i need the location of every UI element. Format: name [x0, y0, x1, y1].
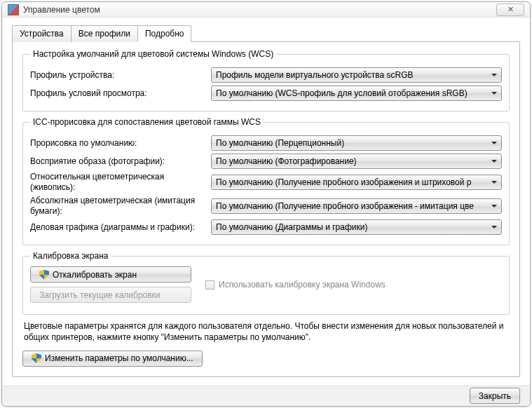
wcs-defaults-group: Настройка умолчаний для цветовой системы…	[22, 49, 510, 111]
calibrate-display-label: Откалибровать экран	[53, 270, 137, 280]
default-rendering-combo[interactable]: По умолчанию (Перцепционный)	[211, 135, 502, 151]
load-calibrations-label: Загрузить текущие калибровки	[39, 290, 161, 300]
device-profile-combo[interactable]: Профиль модели виртуального устройства s…	[211, 67, 502, 83]
tab-all-profiles[interactable]: Все профили	[71, 25, 138, 42]
close-window-button[interactable]: ✕	[496, 4, 524, 16]
viewing-profile-label: Профиль условий просмотра:	[30, 88, 205, 99]
absolute-value: По умолчанию (Получение пробного изображ…	[216, 201, 474, 211]
perceptual-combo[interactable]: По умолчанию (Фотографирование)	[211, 154, 502, 169]
tab-strip: Устройства Все профили Подробно	[12, 25, 520, 41]
business-label: Деловая графика (диаграммы и графики):	[30, 222, 205, 233]
perceptual-label: Восприятие образа (фотографии):	[30, 156, 205, 167]
calibration-group: Калибровка экрана Откалибровать экран За…	[22, 251, 510, 315]
default-rendering-label: Прорисовка по умолчанию:	[30, 138, 205, 149]
icc-rendering-group: ICC-прорисовка для сопоставления цветово…	[22, 117, 510, 245]
relative-value: По умолчанию (Получение пробного изображ…	[216, 177, 471, 187]
close-button-label: Закрыть	[479, 391, 511, 401]
default-rendering-value: По умолчанию (Перцепционный)	[216, 138, 344, 148]
color-management-window: Управление цветом ✕ Устройства Все профи…	[1, 1, 531, 407]
close-button[interactable]: Закрыть	[470, 388, 520, 404]
viewing-profile-combo[interactable]: По умолчанию (WCS-профиль для условий от…	[211, 86, 502, 101]
icc-rendering-legend: ICC-прорисовка для сопоставления цветово…	[30, 117, 264, 127]
content-area: Устройства Все профили Подробно Настройк…	[2, 18, 530, 385]
calibrate-display-button[interactable]: Откалибровать экран	[30, 266, 191, 283]
shield-icon	[39, 270, 49, 280]
viewing-profile-value: По умолчанию (WCS-профиль для условий от…	[216, 88, 468, 98]
wcs-defaults-legend: Настройка умолчаний для цветовой системы…	[30, 49, 276, 59]
absolute-combo[interactable]: По умолчанию (Получение пробного изображ…	[211, 198, 502, 214]
window-title: Управление цветом	[23, 5, 496, 15]
relative-label: Относительная цветометрическая (живопись…	[30, 172, 205, 193]
change-defaults-label: Изменить параметры по умолчанию...	[45, 353, 193, 363]
use-windows-calibration-label: Использовать калибровку экрана Windows	[219, 280, 386, 290]
relative-combo[interactable]: По умолчанию (Получение пробного изображ…	[211, 175, 502, 190]
shield-icon	[32, 353, 41, 363]
app-icon	[8, 4, 19, 15]
close-icon: ✕	[507, 5, 514, 14]
change-defaults-button[interactable]: Изменить параметры по умолчанию...	[22, 351, 203, 367]
tab-panel-advanced: Настройка умолчаний для цветовой системы…	[12, 41, 520, 376]
use-windows-calibration-checkbox[interactable]: Использовать калибровку экрана Windows	[205, 280, 386, 290]
absolute-label: Абсолютная цветометрическая (имитация бу…	[30, 196, 205, 217]
perceptual-value: По умолчанию (Фотографирование)	[216, 156, 357, 166]
per-user-note: Цветовые параметры хранятся для каждого …	[24, 320, 508, 343]
device-profile-value: Профиль модели виртуального устройства s…	[216, 70, 414, 80]
load-calibrations-button: Загрузить текущие калибровки	[30, 287, 191, 303]
tab-advanced[interactable]: Подробно	[137, 25, 192, 42]
checkbox-icon	[205, 280, 214, 290]
titlebar: Управление цветом ✕	[2, 2, 530, 18]
business-combo[interactable]: По умолчанию (Диаграммы и графики)	[211, 219, 502, 235]
tab-devices[interactable]: Устройства	[12, 25, 71, 42]
footer: Закрыть	[2, 386, 530, 406]
business-value: По умолчанию (Диаграммы и графики)	[216, 222, 367, 232]
calibration-legend: Калибровка экрана	[30, 251, 111, 261]
device-profile-label: Профиль устройства:	[30, 70, 205, 81]
